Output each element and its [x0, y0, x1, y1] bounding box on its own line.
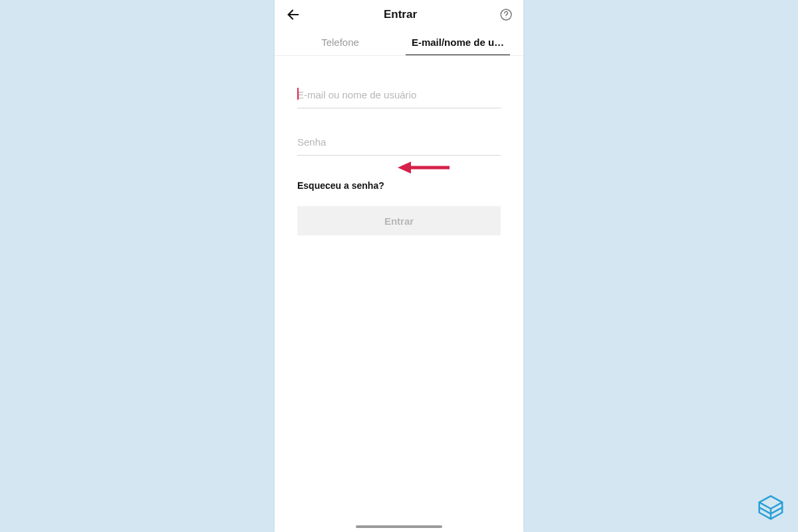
- login-screen: Entrar Telefone E-mail/nome de u… Esquec…: [275, 0, 523, 532]
- login-button[interactable]: Entrar: [297, 206, 501, 235]
- home-indicator[interactable]: [356, 525, 442, 528]
- back-button[interactable]: [284, 5, 303, 24]
- arrow-left-icon: [286, 7, 301, 22]
- watermark-logo-icon: [755, 493, 786, 524]
- email-field-wrapper: [297, 85, 501, 108]
- text-cursor: [297, 88, 299, 100]
- page-title: Entrar: [384, 8, 417, 21]
- help-button[interactable]: [498, 7, 514, 23]
- header: Entrar: [275, 0, 523, 29]
- tab-email[interactable]: E-mail/nome de u…: [399, 29, 517, 55]
- tab-phone[interactable]: Telefone: [281, 29, 399, 55]
- password-input[interactable]: [297, 136, 501, 148]
- form-content: Esqueceu a senha? Entrar: [275, 56, 523, 235]
- password-field-wrapper: [297, 132, 501, 156]
- help-icon: [499, 8, 513, 21]
- login-tabs: Telefone E-mail/nome de u…: [275, 29, 523, 56]
- forgot-password-link[interactable]: Esqueceu a senha?: [297, 180, 384, 191]
- svg-point-2: [505, 17, 506, 18]
- email-input[interactable]: [297, 89, 501, 100]
